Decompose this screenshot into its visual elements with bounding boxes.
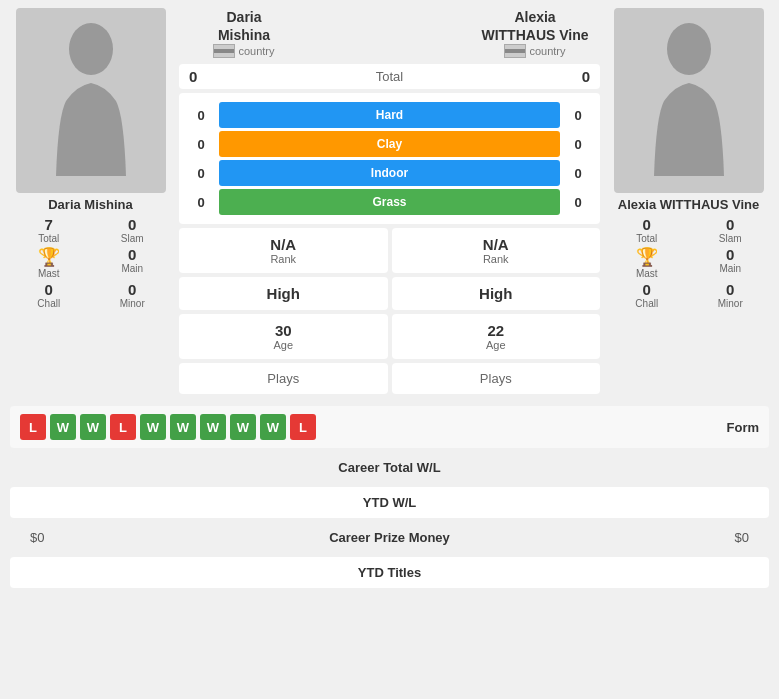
- left-rank-label: Rank: [187, 253, 380, 265]
- ytd-titles-row: YTD Titles: [10, 557, 769, 588]
- right-rank-label: Rank: [400, 253, 593, 265]
- right-trophy-mast: 🏆 Mast: [606, 246, 688, 279]
- left-high-box: High: [179, 277, 388, 310]
- career-prize-row: $0 Career Prize Money $0: [10, 522, 769, 553]
- right-name-top: Alexia WITTHAUS Vine: [470, 8, 600, 44]
- left-trophy-mast: 🏆 Mast: [8, 246, 90, 279]
- left-main-stat: 0 Main: [92, 246, 174, 279]
- left-plays-box: Plays: [179, 363, 388, 394]
- right-silhouette-icon: [644, 21, 734, 181]
- left-high-value: High: [267, 285, 300, 302]
- right-trophy-icon: 🏆: [636, 246, 658, 268]
- right-player-column: Alexia WITTHAUS Vine 0 Total 0 Slam 🏆 Ma…: [606, 8, 771, 309]
- total-right-score: 0: [582, 68, 590, 85]
- plays-row: Plays Plays: [179, 363, 600, 394]
- left-age-label: Age: [187, 339, 380, 351]
- main-container: Daria Mishina 7 Total 0 Slam 🏆 Mast 0 Ma…: [0, 0, 779, 588]
- surface-clay-row: 0 Clay 0: [187, 131, 592, 157]
- surface-grass-row: 0 Grass 0: [187, 189, 592, 215]
- surface-indoor-row: 0 Indoor 0: [187, 160, 592, 186]
- left-name-last: Mishina: [179, 26, 309, 44]
- clay-button[interactable]: Clay: [219, 131, 560, 157]
- indoor-button[interactable]: Indoor: [219, 160, 560, 186]
- form-row: L W W L W W W W W L Form: [10, 406, 769, 448]
- ytd-wl-label: YTD W/L: [270, 495, 510, 510]
- form-badge-6: W: [200, 414, 226, 440]
- right-rank-box: N/A Rank: [392, 228, 601, 273]
- surface-hard-row: 0 Hard 0: [187, 102, 592, 128]
- left-player-photo: [16, 8, 166, 193]
- right-country: country: [504, 44, 565, 58]
- right-rank-value: N/A: [400, 236, 593, 253]
- left-name-top: Daria Mishina: [179, 8, 309, 44]
- right-total-stat: 0 Total: [606, 216, 688, 244]
- surface-section: 0 Hard 0 0 Clay 0 0 Indoor 0: [179, 93, 600, 224]
- right-name-last: WITTHAUS Vine: [470, 26, 600, 44]
- right-age-value: 22: [400, 322, 593, 339]
- left-trophy-icon: 🏆: [38, 246, 60, 268]
- form-badge-3: L: [110, 414, 136, 440]
- left-age-value: 30: [187, 322, 380, 339]
- comparison-section: Daria Mishina 7 Total 0 Slam 🏆 Mast 0 Ma…: [0, 0, 779, 406]
- left-total-stat: 7 Total: [8, 216, 90, 244]
- form-badge-9: L: [290, 414, 316, 440]
- right-plays-box: Plays: [392, 363, 601, 394]
- form-badge-7: W: [230, 414, 256, 440]
- total-label: Total: [205, 69, 573, 84]
- form-badge-0: L: [20, 414, 46, 440]
- high-row: High High: [179, 277, 600, 310]
- age-row: 30 Age 22 Age: [179, 314, 600, 359]
- career-total-row: Career Total W/L: [10, 452, 769, 483]
- indoor-left-score: 0: [187, 166, 215, 181]
- right-flag-icon: [504, 44, 526, 58]
- left-flag-icon: [213, 44, 235, 58]
- left-minor-stat: 0 Minor: [92, 281, 174, 309]
- left-plays-value: Plays: [267, 371, 299, 386]
- total-left-score: 0: [189, 68, 197, 85]
- grass-right-score: 0: [564, 195, 592, 210]
- svg-point-1: [667, 23, 711, 75]
- left-rank-value: N/A: [187, 236, 380, 253]
- clay-left-score: 0: [187, 137, 215, 152]
- right-name-block: Alexia WITTHAUS Vine country: [470, 8, 600, 58]
- form-badge-4: W: [140, 414, 166, 440]
- indoor-right-score: 0: [564, 166, 592, 181]
- center-names-row: Daria Mishina country Alexia WITTHAUS Vi…: [179, 8, 600, 58]
- left-name-block: Daria Mishina country: [179, 8, 309, 58]
- left-player-stats: 7 Total 0 Slam 🏆 Mast 0 Main 0 Chall: [8, 216, 173, 309]
- left-slam-stat: 0 Slam: [92, 216, 174, 244]
- grass-left-score: 0: [187, 195, 215, 210]
- left-chall-stat: 0 Chall: [8, 281, 90, 309]
- rank-row: N/A Rank N/A Rank: [179, 228, 600, 273]
- right-age-box: 22 Age: [392, 314, 601, 359]
- hard-button[interactable]: Hard: [219, 102, 560, 128]
- svg-point-0: [69, 23, 113, 75]
- left-player-column: Daria Mishina 7 Total 0 Slam 🏆 Mast 0 Ma…: [8, 8, 173, 309]
- right-high-box: High: [392, 277, 601, 310]
- right-player-stats: 0 Total 0 Slam 🏆 Mast 0 Main 0 Chall: [606, 216, 771, 309]
- hard-right-score: 0: [564, 108, 592, 123]
- total-wrap: 0 Total 0: [179, 64, 600, 89]
- form-label: Form: [727, 420, 760, 435]
- form-badge-5: W: [170, 414, 196, 440]
- form-badge-1: W: [50, 414, 76, 440]
- career-prize-left: $0: [30, 530, 270, 545]
- hard-left-score: 0: [187, 108, 215, 123]
- center-column: Daria Mishina country Alexia WITTHAUS Vi…: [179, 8, 600, 398]
- career-prize-right: $0: [509, 530, 749, 545]
- left-silhouette-icon: [46, 21, 136, 181]
- form-badge-2: W: [80, 414, 106, 440]
- career-prize-label: Career Prize Money: [270, 530, 510, 545]
- right-chall-stat: 0 Chall: [606, 281, 688, 309]
- right-plays-value: Plays: [480, 371, 512, 386]
- right-minor-stat: 0 Minor: [690, 281, 772, 309]
- right-player-photo: [614, 8, 764, 193]
- clay-right-score: 0: [564, 137, 592, 152]
- right-main-stat: 0 Main: [690, 246, 772, 279]
- ytd-titles-label: YTD Titles: [270, 565, 510, 580]
- left-country: country: [213, 44, 274, 58]
- right-slam-stat: 0 Slam: [690, 216, 772, 244]
- grass-button[interactable]: Grass: [219, 189, 560, 215]
- form-badge-8: W: [260, 414, 286, 440]
- right-name-first: Alexia: [470, 8, 600, 26]
